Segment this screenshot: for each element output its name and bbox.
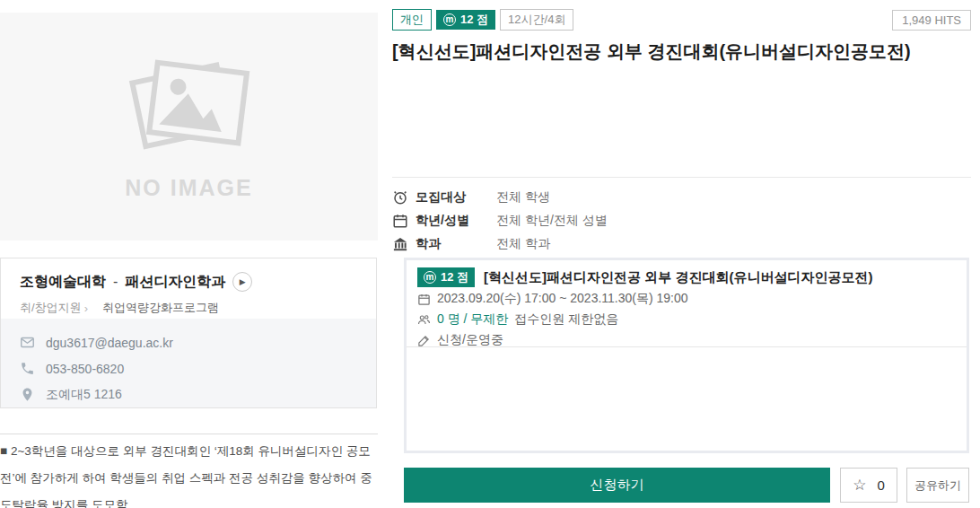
college-name: 조형예술대학 bbox=[20, 273, 106, 292]
contact-location-row: 조예대5 1216 bbox=[20, 381, 357, 407]
info-label: 모집대상 bbox=[416, 189, 496, 206]
badge-mileage-points: m 12 점 bbox=[436, 10, 495, 30]
mileage-icon: m bbox=[424, 271, 436, 284]
pen-icon bbox=[417, 334, 431, 347]
info-value: 전체 학년/전체 성별 bbox=[496, 213, 608, 229]
phone-icon bbox=[20, 361, 35, 376]
event-title: [혁신선도]패션디자인전공 외부 경진대회(유니버설디자인공모전) bbox=[484, 269, 872, 286]
page-title: [혁신선도]패션디자인전공 외부 경진대회(유니버설디자인공모전) bbox=[392, 39, 971, 64]
info-label: 학과 bbox=[416, 236, 496, 252]
play-icon[interactable]: ▶ bbox=[232, 272, 252, 292]
event-date-row: 2023.09.20(수) 17:00 ~ 2023.11.30(목) 19:0… bbox=[417, 289, 956, 309]
program-detail-page: NO IMAGE 개인 m 12 점 12시간/4회 1,949 HITS [혁… bbox=[0, 0, 980, 508]
event-card: m 12 점 [혁신선도]패션디자인전공 외부 경진대회(유니버설디자인공모전)… bbox=[404, 258, 969, 453]
event-summary: m 12 점 [혁신선도]패션디자인전공 외부 경진대회(유니버설디자인공모전)… bbox=[407, 260, 967, 347]
people-icon bbox=[417, 313, 431, 327]
badge-duration: 12시간/4회 bbox=[500, 9, 573, 31]
event-status: 신청/운영중 bbox=[437, 332, 503, 348]
contact-phone-row: 053-850-6820 bbox=[20, 355, 357, 381]
share-button[interactable]: 공유하기 bbox=[906, 468, 969, 503]
info-row-department: 학과 전체 학과 bbox=[392, 232, 971, 256]
organization-card: 조형예술대학 - 패션디자인학과 ▶ 취/창업지원 › 취업역량강화프로그램 d… bbox=[0, 258, 377, 408]
pin-icon bbox=[20, 387, 35, 402]
event-capacity-note: 접수인원 제한없음 bbox=[514, 311, 618, 328]
no-image-label: NO IMAGE bbox=[125, 175, 252, 201]
badge-personal: 개인 bbox=[392, 9, 432, 31]
calendar-icon bbox=[417, 293, 431, 306]
contact-email: dgu3617@daegu.ac.kr bbox=[46, 336, 173, 350]
star-icon: ☆ bbox=[853, 477, 866, 493]
info-value: 전체 학생 bbox=[496, 189, 550, 206]
badge-row: 개인 m 12 점 12시간/4회 1,949 HITS bbox=[392, 9, 971, 31]
info-label: 학년/성별 bbox=[416, 213, 496, 229]
event-mileage-badge: m 12 점 bbox=[417, 267, 475, 287]
apply-button[interactable]: 신청하기 bbox=[404, 468, 830, 503]
program-thumbnail: NO IMAGE bbox=[0, 13, 378, 241]
department-name: 패션디자인학과 bbox=[125, 273, 225, 292]
event-date-range: 2023.09.20(수) 17:00 ~ 2023.11.30(목) 19:0… bbox=[437, 291, 688, 307]
organization-header: 조형예술대학 - 패션디자인학과 ▶ 취/창업지원 › 취업역량강화프로그램 bbox=[1, 258, 376, 319]
event-points-label: 12 점 bbox=[441, 269, 468, 285]
event-card-empty-area bbox=[407, 347, 967, 446]
program-description: ■ 2~3학년을 대상으로 외부 경진대회인 ‘제18회 유니버설디자인 공모전… bbox=[0, 438, 378, 508]
hits-counter: 1,949 HITS bbox=[892, 10, 971, 31]
contact-location: 조예대5 1216 bbox=[46, 387, 122, 403]
contact-email-row: dgu3617@daegu.ac.kr bbox=[20, 329, 357, 355]
description-section: ■ 2~3학년을 대상으로 외부 경진대회인 ‘제18회 유니버설디자인 공모전… bbox=[0, 434, 378, 508]
mileage-icon: m bbox=[443, 13, 456, 26]
organization-subtitle: 취/창업지원 › 취업역량강화프로그램 bbox=[20, 300, 357, 316]
contact-section: dgu3617@daegu.ac.kr 053-850-6820 조예대5 12… bbox=[1, 319, 376, 407]
badge-points-label: 12 점 bbox=[460, 13, 488, 27]
program-type: 취업역량강화프로그램 bbox=[102, 300, 219, 316]
program-info-section: 모집대상 전체 학생 학년/성별 전체 학년/전체 성별 학과 전체 학과 bbox=[392, 177, 971, 256]
contact-phone: 053-850-6820 bbox=[46, 362, 124, 376]
event-title-row: m 12 점 [혁신선도]패션디자인전공 외부 경진대회(유니버설디자인공모전) bbox=[417, 267, 956, 288]
info-row-target: 모집대상 전체 학생 bbox=[392, 186, 971, 209]
college-department-separator: - bbox=[113, 274, 118, 290]
favorite-count: 0 bbox=[877, 477, 884, 493]
organization-title-row: 조형예술대학 - 패션디자인학과 ▶ bbox=[20, 272, 357, 292]
no-image-icon bbox=[122, 53, 257, 161]
event-capacity-row: 0 명 / 무제한 접수인원 제한없음 bbox=[417, 310, 956, 329]
info-row-grade-gender: 학년/성별 전체 학년/전체 성별 bbox=[392, 209, 971, 232]
mail-icon bbox=[20, 335, 35, 350]
program-category[interactable]: 취/창업지원 bbox=[20, 300, 82, 316]
calendar-icon bbox=[392, 213, 408, 229]
favorite-button[interactable]: ☆ 0 bbox=[840, 468, 897, 503]
info-value: 전체 학과 bbox=[496, 236, 550, 252]
bank-icon bbox=[392, 236, 408, 252]
event-capacity: 0 명 / 무제한 bbox=[437, 311, 508, 328]
alarm-icon bbox=[392, 189, 408, 206]
chevron-right-icon: › bbox=[84, 302, 88, 315]
